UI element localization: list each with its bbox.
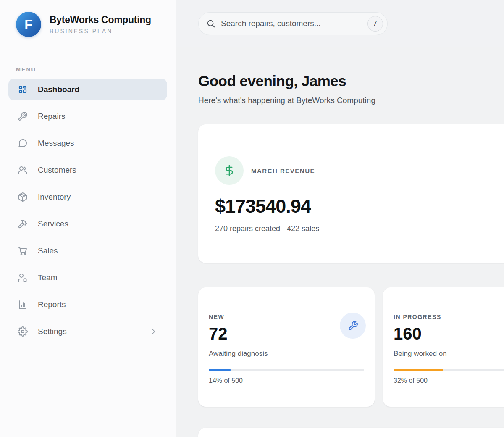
hammer-icon — [18, 219, 28, 229]
progress-bar-fill — [209, 369, 231, 371]
stat-caption: 14% of 500 — [209, 377, 364, 384]
revenue-icon-bubble — [215, 156, 244, 185]
sidebar: F ByteWorks Computing BUSINESS PLAN MENU… — [0, 0, 176, 437]
dashboard-icon — [18, 84, 28, 95]
search-shortcut-badge: / — [368, 16, 383, 32]
content: Good evening, James Here's what's happen… — [176, 47, 504, 437]
stat-card-in-progress: IN PROGRESS 160 Being worked on 32% of 5… — [383, 287, 504, 407]
sidebar-divider — [8, 49, 167, 49]
stat-description: Awaiting diagnosis — [209, 350, 364, 358]
progress-bar-fill — [394, 369, 443, 371]
chevron-right-icon — [150, 327, 158, 336]
sidebar-item-label: Sales — [38, 246, 58, 255]
stat-icon-bubble — [340, 313, 366, 339]
sidebar-item-label: Team — [38, 273, 57, 282]
sidebar-item-label: Inventory — [38, 192, 71, 202]
cart-icon — [18, 246, 28, 256]
sidebar-item-label: Reports — [38, 300, 66, 309]
sidebar-item-sales[interactable]: Sales — [8, 240, 167, 262]
users-icon — [18, 165, 28, 175]
sidebar-item-label: Messages — [38, 139, 74, 148]
sidebar-item-team[interactable]: Team — [8, 267, 167, 289]
sidebar-item-label: Customers — [38, 166, 76, 175]
page-subtitle: Here's what's happening at ByteWorks Com… — [198, 96, 504, 105]
wrench-icon — [348, 321, 358, 331]
brand-logo-letter: F — [24, 18, 33, 31]
search-input[interactable] — [221, 19, 362, 28]
package-icon — [18, 192, 28, 202]
speech-bubble-icon — [18, 138, 28, 148]
sidebar-item-repairs[interactable]: Repairs — [8, 105, 167, 127]
sidebar-item-inventory[interactable]: Inventory — [8, 186, 167, 208]
brand-logo: F — [16, 12, 41, 37]
sidebar-item-label: Repairs — [38, 112, 65, 121]
search-bar[interactable]: / — [198, 12, 388, 35]
dollar-icon — [223, 164, 236, 177]
bar-chart-icon — [18, 300, 28, 310]
stat-description: Being worked on — [394, 350, 504, 358]
stat-caption: 32% of 500 — [394, 377, 504, 384]
brand: F ByteWorks Computing BUSINESS PLAN — [0, 0, 176, 37]
revenue-meta: 270 repairs created · 422 sales — [215, 224, 501, 233]
progress-bar-track — [209, 369, 364, 371]
progress-bar-track — [394, 369, 504, 371]
partial-card — [198, 428, 504, 437]
revenue-card: MARCH REVENUE $173540.94 270 repairs cre… — [198, 124, 504, 263]
topbar: / — [176, 0, 504, 47]
stat-value: 160 — [394, 324, 504, 343]
stats-row: NEW 72 Awaiting diagnosis 14% of 500 IN … — [198, 287, 504, 407]
revenue-label: MARCH REVENUE — [251, 167, 315, 174]
search-icon — [206, 19, 215, 28]
user-gear-icon — [18, 273, 28, 283]
brand-plan: BUSINESS PLAN — [50, 28, 151, 34]
page-title: Good evening, James — [198, 73, 504, 90]
sidebar-item-settings[interactable]: Settings — [8, 321, 167, 342]
sidebar-item-services[interactable]: Services — [8, 213, 167, 235]
menu-section-label: MENU — [16, 66, 176, 73]
brand-name: ByteWorks Computing — [50, 14, 151, 26]
stat-label: IN PROGRESS — [394, 313, 504, 320]
gear-icon — [18, 326, 28, 337]
sidebar-item-label: Settings — [38, 327, 67, 336]
sidebar-item-reports[interactable]: Reports — [8, 294, 167, 316]
sidebar-item-dashboard[interactable]: Dashboard — [8, 79, 167, 100]
revenue-amount: $173540.94 — [215, 195, 501, 217]
sidebar-item-label: Services — [38, 219, 68, 229]
stat-label: NEW — [209, 313, 364, 320]
wrench-icon — [18, 111, 28, 121]
main-area: / Good evening, James Here's what's happ… — [176, 0, 504, 437]
sidebar-item-customers[interactable]: Customers — [8, 159, 167, 181]
stat-card-new: NEW 72 Awaiting diagnosis 14% of 500 — [198, 287, 375, 407]
sidebar-item-label: Dashboard — [38, 85, 79, 94]
sidebar-nav: Dashboard Repairs Messages Customers Inv — [0, 79, 176, 342]
sidebar-item-messages[interactable]: Messages — [8, 132, 167, 154]
